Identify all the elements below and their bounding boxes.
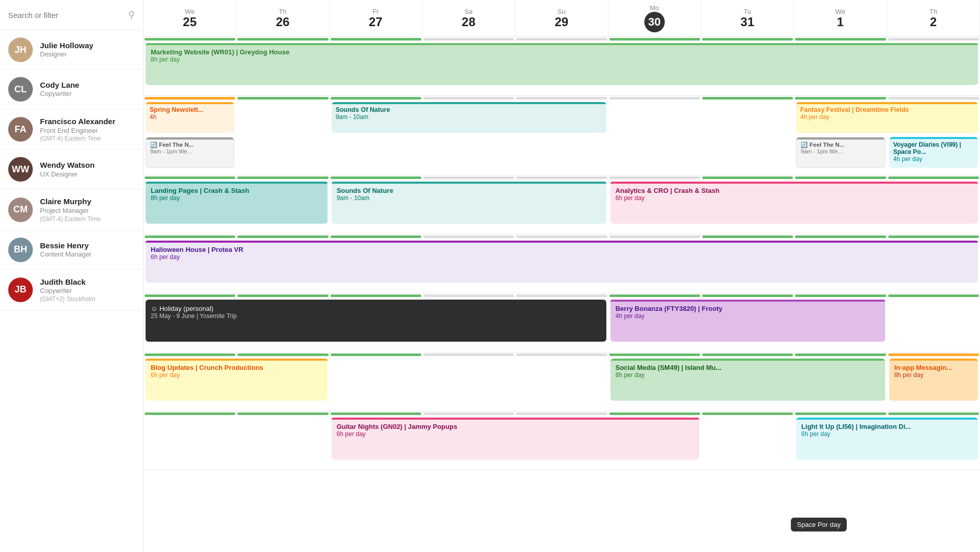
sidebar-item-wendy[interactable]: WW Wendy Watson UX Designer bbox=[0, 150, 143, 189]
person-info-julie: Julie Holloway Designer bbox=[40, 41, 93, 59]
person-name-judith: Judith Black bbox=[40, 277, 95, 287]
calendar-body: Marketing Website (WR01) | Greydog House… bbox=[144, 37, 980, 552]
event-voyager-diaries[interactable]: Voyager Diaries (VI99) | Space Po... 4h … bbox=[889, 137, 978, 168]
person-info-wendy: Wendy Watson UX Designer bbox=[40, 160, 95, 179]
event-social-media[interactable]: Social Media (SM49) | Island Mu... 8h pe… bbox=[610, 359, 885, 401]
person-name-bessie: Bessie Henry bbox=[40, 241, 91, 251]
sidebar-item-judith[interactable]: JB Judith Black Copywriter (GMT+2) Stock… bbox=[0, 270, 143, 310]
sidebar-item-francisco[interactable]: FA Francisco Alexander Front End Enginee… bbox=[0, 109, 143, 150]
event-blog-updates[interactable]: Blog Updates | Crunch Productions 6h per… bbox=[146, 359, 328, 401]
day-header-sa28: Sa 28 bbox=[422, 0, 515, 36]
sidebar-item-bessie[interactable]: BH Bessie Henry Content Manager bbox=[0, 230, 143, 270]
cal-row-judith: Guitar Nights (GN02) | Jammy Popups 6h p… bbox=[144, 411, 980, 470]
event-berry-bonanza[interactable]: Berry Bonanza (FTY3820) | Frooty 4h per … bbox=[610, 300, 885, 342]
search-icon: ⚲ bbox=[128, 9, 135, 21]
person-role-cody: Copywriter bbox=[40, 90, 79, 98]
person-name-claire: Claire Murphy bbox=[40, 196, 101, 207]
day-header-we1: We 1 bbox=[794, 0, 887, 36]
avatar-wendy: WW bbox=[8, 157, 33, 182]
avatar-claire: CM bbox=[8, 198, 33, 222]
person-name-julie: Julie Holloway bbox=[40, 41, 93, 51]
sidebar-item-claire[interactable]: CM Claire Murphy Project Manager (GMT-4)… bbox=[0, 189, 143, 230]
avatar-julie: JH bbox=[8, 37, 33, 62]
calendar: We 25 Th 26 Fr 27 Sa 28 Su 29 Mo 30 Tu 3… bbox=[144, 0, 980, 552]
person-tz-judith: (GMT+2) Stockholm bbox=[40, 295, 95, 303]
event-light-it-up[interactable]: Light It Up (LI56) | Imagination Di... 6… bbox=[796, 418, 978, 460]
person-tz-claire: (GMT-4) Eastern Time bbox=[40, 215, 101, 223]
person-info-cody: Cody Lane Copywriter bbox=[40, 80, 79, 98]
day-header-row: We 25 Th 26 Fr 27 Sa 28 Su 29 Mo 30 Tu 3… bbox=[144, 0, 980, 37]
event-feel-the-no-1[interactable]: 🔄 Feel The N... 9am - 1pm We... bbox=[146, 137, 234, 168]
person-tz-francisco: (GMT-4) Eastern Time bbox=[40, 135, 115, 142]
event-analytics-cro[interactable]: Analytics & CRO | Crash & Stash 8h per d… bbox=[610, 182, 978, 224]
event-holiday-personal[interactable]: ☺ Holiday (personal) 25 May - 9 June | Y… bbox=[146, 300, 606, 342]
event-inapp-messaging[interactable]: In-app Messagin... 8h per day bbox=[889, 359, 978, 401]
cal-row-cody: Spring Newslett... 4h Sounds Of Nature 9… bbox=[144, 96, 980, 175]
person-role-bessie: Content Manager bbox=[40, 250, 91, 259]
person-info-francisco: Francisco Alexander Front End Engineer (… bbox=[40, 116, 115, 142]
cal-row-julie: Marketing Website (WR01) | Greydog House… bbox=[144, 37, 980, 96]
avatar-francisco: FA bbox=[8, 117, 33, 142]
person-name-cody: Cody Lane bbox=[40, 80, 79, 90]
day-header-th26: Th 26 bbox=[236, 0, 329, 36]
day-header-su29: Su 29 bbox=[515, 0, 608, 36]
event-halloween-house[interactable]: Halloween House | Protea VR 6h per day bbox=[146, 241, 978, 283]
event-landing-pages[interactable]: Landing Pages | Crash & Stash 8h per day bbox=[146, 182, 328, 224]
sidebar-item-julie[interactable]: JH Julie Holloway Designer bbox=[0, 30, 143, 70]
avatar-cody: CL bbox=[8, 77, 33, 102]
day-header-tu31: Tu 31 bbox=[701, 0, 794, 36]
day-header-th2: Th 2 bbox=[887, 0, 980, 36]
sidebar-item-cody[interactable]: CL Cody Lane Copywriter bbox=[0, 70, 143, 109]
cal-row-claire: ☺ Holiday (personal) 25 May - 9 June | Y… bbox=[144, 293, 980, 352]
sidebar: ⚲ JH Julie Holloway Designer CL Cody Lan… bbox=[0, 0, 144, 552]
person-name-wendy: Wendy Watson bbox=[40, 160, 95, 170]
event-guitar-nights[interactable]: Guitar Nights (GN02) | Jammy Popups 6h p… bbox=[332, 418, 699, 460]
person-info-claire: Claire Murphy Project Manager (GMT-4) Ea… bbox=[40, 196, 101, 222]
day-header-mo30: Mo 30 bbox=[608, 0, 701, 36]
person-role-francisco: Front End Engineer bbox=[40, 127, 115, 135]
person-info-judith: Judith Black Copywriter (GMT+2) Stockhol… bbox=[40, 277, 95, 303]
event-sounds-of-nature-cody[interactable]: Sounds Of Nature 9am - 10am bbox=[332, 102, 606, 133]
person-role-claire: Project Manager bbox=[40, 207, 101, 215]
cal-row-wendy: Halloween House | Protea VR 6h per day bbox=[144, 234, 980, 293]
event-spring-newsletter[interactable]: Spring Newslett... 4h bbox=[146, 102, 234, 133]
search-input[interactable] bbox=[8, 11, 124, 19]
day-header-fr27: Fr 27 bbox=[330, 0, 422, 36]
event-fantasy-festival[interactable]: Fantasy Festival | Dreamtime Fields 4h p… bbox=[796, 102, 978, 133]
person-role-judith: Copywriter bbox=[40, 287, 95, 295]
person-role-wendy: UX Designer bbox=[40, 170, 95, 179]
day-header-we25: We 25 bbox=[144, 0, 236, 36]
cal-row-francisco: Landing Pages | Crash & Stash 8h per day… bbox=[144, 175, 980, 234]
avatar-bessie: BH bbox=[8, 238, 33, 262]
search-bar[interactable]: ⚲ bbox=[0, 0, 143, 30]
event-marketing-website[interactable]: Marketing Website (WR01) | Greydog House… bbox=[146, 43, 978, 85]
person-role-julie: Designer bbox=[40, 50, 93, 59]
event-sounds-of-nature-francisco[interactable]: Sounds Of Nature 9am - 10am bbox=[332, 182, 606, 224]
cal-row-bessie: Blog Updates | Crunch Productions 6h per… bbox=[144, 352, 980, 411]
avatar-judith: JB bbox=[8, 278, 33, 302]
event-feel-the-no-2[interactable]: 🔄 Feel The N... 9am - 1pm We... bbox=[796, 137, 885, 168]
person-name-francisco: Francisco Alexander bbox=[40, 116, 115, 127]
person-info-bessie: Bessie Henry Content Manager bbox=[40, 241, 91, 259]
